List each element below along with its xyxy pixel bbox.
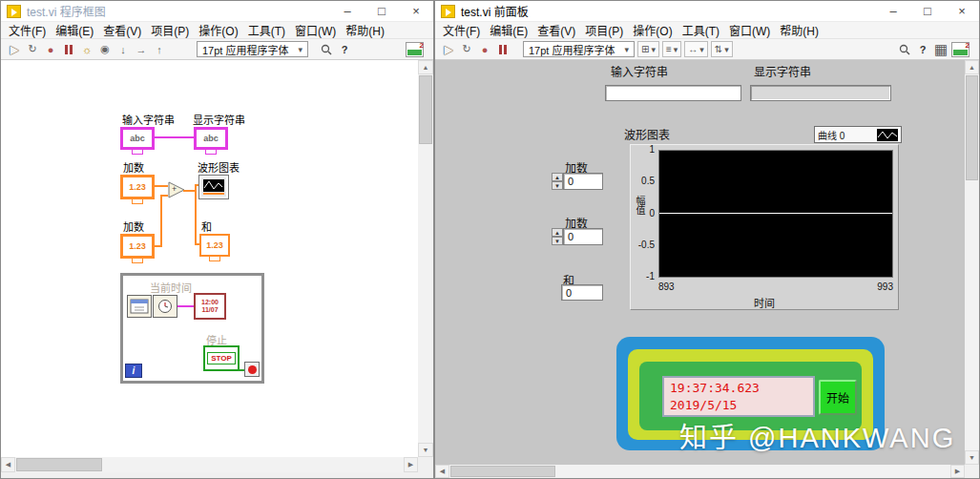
run-button[interactable]: ▶: [7, 42, 22, 57]
menu-item-edit[interactable]: 编辑(E): [51, 22, 98, 38]
sum-field[interactable]: 0: [561, 284, 603, 301]
time-indicator-terminal[interactable]: 12:00 11/07: [194, 293, 226, 320]
reorder-objects-dropdown[interactable]: ⇅▾: [711, 41, 733, 57]
chart-plot-area[interactable]: [658, 150, 893, 278]
menu-item-file[interactable]: 文件(F): [438, 22, 485, 38]
menu-item-help[interactable]: 帮助(H): [775, 22, 824, 38]
front-panel-canvas[interactable]: 输入字符串 显示字符串 波形图表 曲线 0 1 0.5 0 -0.5 -1 幅值…: [435, 60, 965, 465]
loop-iteration-terminal[interactable]: i: [125, 364, 142, 378]
search-button[interactable]: [897, 42, 912, 57]
retain-wire-values-button[interactable]: ◉: [97, 42, 113, 57]
menu-item-operate[interactable]: 操作(O): [194, 22, 242, 38]
addend1-terminal-label: 加数: [123, 159, 144, 175]
scroll-up-button[interactable]: ▲: [418, 60, 433, 74]
titlebar[interactable]: test.vi 程序框图 – □ ×: [1, 1, 433, 22]
help-button[interactable]: ?: [337, 42, 352, 57]
menu-item-file[interactable]: 文件(F): [4, 22, 51, 38]
vi-icon-badge[interactable]: 2: [951, 42, 970, 57]
addend2-spinner[interactable]: ▲ ▼: [552, 228, 563, 245]
menu-item-project[interactable]: 项目(P): [580, 22, 628, 38]
step-out-button[interactable]: ↑: [152, 42, 167, 57]
menu-item-tools[interactable]: 工具(T): [243, 22, 290, 38]
vi-icon-badge[interactable]: 2: [406, 42, 424, 57]
pause-button[interactable]: [61, 42, 76, 57]
titlebar[interactable]: test.vi 前面板 – □ ×: [435, 1, 979, 22]
display-string-terminal[interactable]: abc: [194, 127, 228, 150]
maximize-button[interactable]: □: [365, 1, 399, 21]
scroll-thumb[interactable]: [450, 466, 555, 477]
search-button[interactable]: [319, 42, 334, 57]
sum-terminal[interactable]: 1.23: [199, 234, 230, 257]
date-time-string-function[interactable]: [153, 295, 177, 318]
scroll-right-button[interactable]: ▶: [950, 465, 965, 478]
scroll-left-button[interactable]: ◀: [1, 457, 15, 472]
time-display[interactable]: 19:37:34.623 2019/5/15: [662, 376, 815, 417]
menu-item-view[interactable]: 查看(V): [98, 22, 146, 38]
abort-button[interactable]: ●: [43, 42, 58, 57]
minimize-button[interactable]: –: [330, 1, 365, 21]
scroll-thumb[interactable]: [16, 458, 102, 471]
addend2-terminal[interactable]: 1.23: [120, 234, 155, 259]
addend1-field[interactable]: 0: [563, 173, 603, 190]
string-wire: [155, 136, 194, 138]
waveform-chart-terminal-icon: [201, 177, 226, 197]
menu-item-window[interactable]: 窗口(W): [724, 22, 775, 38]
step-into-button[interactable]: ↓: [115, 42, 131, 57]
chart-zero-line: [659, 213, 892, 214]
menu-item-view[interactable]: 查看(V): [532, 22, 580, 38]
increment-button[interactable]: ▲: [552, 228, 563, 237]
input-string-terminal[interactable]: abc: [120, 127, 155, 150]
grid-settings-button[interactable]: ▦: [933, 42, 949, 57]
scroll-right-button[interactable]: ▶: [404, 457, 418, 472]
close-button[interactable]: ×: [945, 1, 979, 21]
scroll-down-button[interactable]: ▼: [418, 443, 433, 457]
run-button[interactable]: ▶: [441, 42, 456, 57]
close-button[interactable]: ×: [399, 1, 433, 21]
waveform-chart-terminal[interactable]: [198, 175, 229, 199]
pause-button[interactable]: [495, 42, 511, 57]
horizontal-scrollbar[interactable]: ◀ ▶: [435, 465, 965, 478]
decrement-button[interactable]: ▼: [552, 181, 563, 190]
input-string-field[interactable]: [605, 85, 741, 101]
run-continuous-button[interactable]: ↻: [25, 42, 40, 57]
font-selector-dropdown[interactable]: 17pt 应用程序字体 ▾: [197, 41, 308, 57]
menu-item-window[interactable]: 窗口(W): [290, 22, 341, 38]
vertical-scrollbar[interactable]: ▲ ▼: [418, 60, 433, 457]
menu-item-help[interactable]: 帮助(H): [341, 22, 389, 38]
addend2-field[interactable]: 0: [563, 228, 603, 245]
highlight-execution-button[interactable]: ☼: [79, 42, 94, 57]
align-objects-dropdown[interactable]: ⊞▾: [637, 41, 659, 57]
decrement-button[interactable]: ▼: [552, 237, 563, 245]
run-continuous-button[interactable]: ↻: [459, 42, 474, 57]
menu-item-operate[interactable]: 操作(O): [628, 22, 677, 38]
addend1-spinner[interactable]: ▲ ▼: [552, 173, 563, 190]
vertical-scrollbar[interactable]: ▲ ▼: [965, 60, 979, 465]
window-bottom-strip: [1, 472, 433, 478]
stop-button-terminal[interactable]: STOP: [203, 345, 240, 371]
font-selector-dropdown[interactable]: 17pt 应用程序字体 ▾: [523, 41, 635, 57]
distribute-objects-dropdown[interactable]: ≡▾: [662, 41, 681, 57]
minimize-button[interactable]: –: [876, 1, 910, 21]
loop-condition-terminal[interactable]: [244, 362, 260, 377]
get-date-time-function[interactable]: [127, 295, 152, 318]
step-over-button[interactable]: →: [134, 42, 149, 57]
display-string-field[interactable]: [750, 85, 891, 101]
chart-legend[interactable]: 曲线 0: [814, 126, 902, 143]
maximize-button[interactable]: □: [910, 1, 945, 21]
scroll-left-button[interactable]: ◀: [435, 465, 449, 478]
start-button[interactable]: 开始: [819, 380, 857, 415]
block-diagram-canvas[interactable]: 输入字符串 显示字符串 abc abc 加数 1.23 + 波形图表 加数 1.…: [1, 60, 418, 457]
menu-item-project[interactable]: 项目(P): [146, 22, 194, 38]
abort-button[interactable]: ●: [477, 42, 492, 57]
increment-button[interactable]: ▲: [552, 173, 563, 181]
scroll-down-button[interactable]: ▼: [965, 450, 979, 465]
scroll-thumb[interactable]: [419, 75, 432, 144]
horizontal-scrollbar[interactable]: ◀ ▶: [1, 457, 418, 472]
scroll-thumb[interactable]: [966, 75, 978, 180]
scroll-up-button[interactable]: ▲: [965, 60, 979, 74]
addend1-terminal[interactable]: 1.23: [120, 175, 155, 199]
help-button[interactable]: ?: [915, 42, 930, 57]
resize-objects-dropdown[interactable]: ↔▾: [684, 41, 708, 57]
menu-item-tools[interactable]: 工具(T): [678, 22, 724, 38]
menu-item-edit[interactable]: 编辑(E): [485, 22, 532, 38]
